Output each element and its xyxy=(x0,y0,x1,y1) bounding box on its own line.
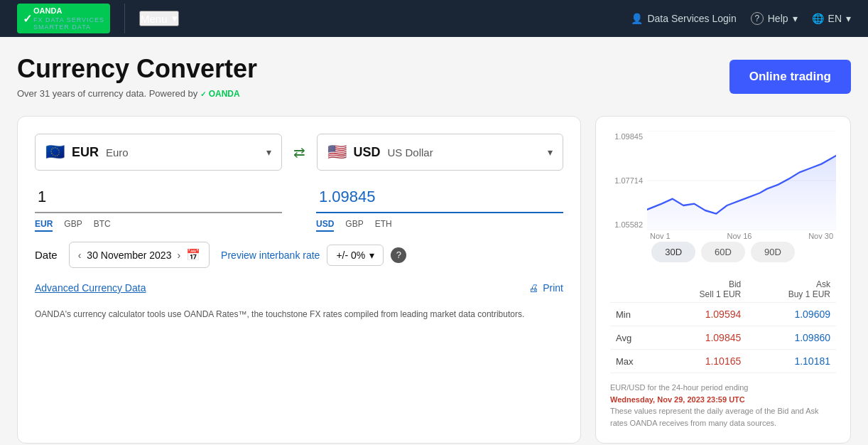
print-icon: 🖨 xyxy=(528,282,538,294)
to-amount-input[interactable] xyxy=(316,182,563,213)
amount-row: EUR GBP BTC USD GBP ETH xyxy=(35,182,563,232)
date-navigator: ‹ 30 November 2023 › 📅 xyxy=(69,242,210,268)
print-link[interactable]: 🖨 Print xyxy=(528,282,563,294)
from-currency-select[interactable]: 🇪🇺 EUR Euro ▾ xyxy=(35,134,282,171)
print-label: Print xyxy=(543,282,563,294)
period-tabs: 30D 60D 90D xyxy=(610,242,836,262)
from-chevron-icon: ▾ xyxy=(266,146,271,158)
rate-table: Bid Sell 1 EUR Ask Buy 1 EUR Min 1.09594… xyxy=(610,277,836,373)
chart-x-label-2: Nov 16 xyxy=(727,232,752,240)
from-quick-eur[interactable]: EUR xyxy=(35,219,53,232)
interbank-select[interactable]: +/- 0% ▾ xyxy=(327,245,384,266)
row-avg-ask: 1.09860 xyxy=(747,326,836,350)
to-currency-select[interactable]: 🇺🇸 USD US Dollar ▾ xyxy=(317,134,564,171)
currency-selector-row: 🇪🇺 EUR Euro ▾ ⇄ 🇺🇸 USD US Dollar ▾ xyxy=(35,134,563,171)
table-row-avg: Avg 1.09845 1.09860 xyxy=(610,326,836,350)
menu-button[interactable]: Menu ▾ xyxy=(139,11,179,26)
row-min-label: Min xyxy=(610,303,658,326)
chart-card: 1.09845 1.07714 1.05582 xyxy=(595,116,851,444)
date-next-button[interactable]: › xyxy=(177,250,180,261)
row-max-label: Max xyxy=(610,350,658,373)
date-prev-button[interactable]: ‹ xyxy=(78,250,82,261)
chart-area: 1.09845 1.07714 1.05582 xyxy=(610,131,836,230)
interbank-chevron-icon: ▾ xyxy=(369,250,374,261)
person-icon: 👤 xyxy=(631,13,643,24)
chart-svg xyxy=(647,131,836,230)
from-quick-currencies: EUR GBP BTC xyxy=(35,219,282,232)
row-min-bid: 1.09594 xyxy=(658,303,747,326)
to-currency-name: US Dollar xyxy=(388,146,541,159)
row-avg-bid: 1.09845 xyxy=(658,326,747,350)
menu-chevron-icon: ▾ xyxy=(172,12,178,25)
header-right: 👤 Data Services Login ? Help ▾ 🌐 EN ▾ xyxy=(631,12,851,25)
table-col-bid: Bid Sell 1 EUR xyxy=(658,277,747,303)
table-row-max: Max 1.10165 1.10181 xyxy=(610,350,836,373)
chart-x-labels: Nov 1 Nov 16 Nov 30 xyxy=(610,232,836,240)
page-title: Currency Converter xyxy=(17,54,257,84)
lang-chevron-icon: ▾ xyxy=(846,13,851,24)
table-col-ask: Ask Buy 1 EUR xyxy=(747,277,836,303)
to-quick-currencies: USD GBP ETH xyxy=(316,219,563,232)
disclaimer: OANDA's currency calculator tools use OA… xyxy=(35,308,563,321)
swap-icon[interactable]: ⇄ xyxy=(293,144,305,161)
to-chevron-icon: ▾ xyxy=(548,146,553,158)
interbank-label: Preview interbank rate xyxy=(221,250,320,261)
row-avg-label: Avg xyxy=(610,326,658,350)
note-date: Wednesday, Nov 29, 2023 23:59 UTC xyxy=(610,395,745,404)
converter-card: 🇪🇺 EUR Euro ▾ ⇄ 🇺🇸 USD US Dollar ▾ xyxy=(17,116,581,444)
data-services-login[interactable]: 👤 Data Services Login xyxy=(631,13,736,24)
chart-x-label-3: Nov 30 xyxy=(808,232,833,240)
calendar-icon[interactable]: 📅 xyxy=(186,248,200,262)
table-col-label xyxy=(610,277,658,303)
header: ✓ OANDA FX DATA SERVICES SMARTER DATA Me… xyxy=(0,0,868,37)
page: Currency Converter Over 31 years of curr… xyxy=(0,37,868,444)
to-quick-usd[interactable]: USD xyxy=(316,219,334,232)
row-max-ask: 1.10181 xyxy=(747,350,836,373)
chart-y-high: 1.09845 xyxy=(610,132,643,141)
date-row: Date ‹ 30 November 2023 › 📅 Preview inte… xyxy=(35,242,563,268)
row-min-ask: 1.09609 xyxy=(747,303,836,326)
date-label: Date xyxy=(35,249,58,261)
help-menu[interactable]: ? Help ▾ xyxy=(751,12,798,25)
table-row-min: Min 1.09594 1.09609 xyxy=(610,303,836,326)
menu-label: Menu xyxy=(141,13,168,25)
date-value: 30 November 2023 xyxy=(87,250,171,261)
footer-links: Advanced Currency Data 🖨 Print xyxy=(35,282,563,294)
chart-y-low: 1.05582 xyxy=(610,220,643,229)
oanda-logo: ✓ OANDA FX DATA SERVICES SMARTER DATA xyxy=(17,4,110,33)
page-top: Currency Converter Over 31 years of curr… xyxy=(17,54,851,99)
content-row: 🇪🇺 EUR Euro ▾ ⇄ 🇺🇸 USD US Dollar ▾ xyxy=(17,116,851,444)
to-flag-icon: 🇺🇸 xyxy=(327,143,347,161)
oanda-brand: ✓ OANDA xyxy=(200,89,239,99)
online-trading-button[interactable]: Online trading xyxy=(729,60,851,94)
logo-area: ✓ OANDA FX DATA SERVICES SMARTER DATA xyxy=(17,4,125,33)
from-quick-gbp[interactable]: GBP xyxy=(64,219,82,232)
to-amount-box: USD GBP ETH xyxy=(316,182,563,232)
logo-sub2: SMARTER DATA xyxy=(33,23,104,31)
from-flag-icon: 🇪🇺 xyxy=(45,143,65,161)
chart-y-mid: 1.07714 xyxy=(610,176,643,185)
from-currency-name: Euro xyxy=(106,146,259,159)
period-30d[interactable]: 30D xyxy=(651,242,695,262)
from-quick-btc[interactable]: BTC xyxy=(94,219,111,232)
from-currency-code: EUR xyxy=(72,145,99,160)
to-quick-gbp[interactable]: GBP xyxy=(345,219,363,232)
page-subtitle: Over 31 years of currency data. Powered … xyxy=(17,88,257,99)
interbank-value: +/- 0% xyxy=(336,250,365,261)
advanced-currency-data-link[interactable]: Advanced Currency Data xyxy=(35,282,146,294)
globe-icon: 🌐 xyxy=(812,13,824,24)
to-quick-eth[interactable]: ETH xyxy=(375,219,392,232)
logo-text: OANDA xyxy=(33,6,104,16)
interbank-help-icon[interactable]: ? xyxy=(391,247,406,263)
language-menu[interactable]: 🌐 EN ▾ xyxy=(812,13,851,24)
row-max-bid: 1.10165 xyxy=(658,350,747,373)
page-header-left: Currency Converter Over 31 years of curr… xyxy=(17,54,257,99)
logo-sub1: FX DATA SERVICES xyxy=(33,16,104,23)
interbank-row: Preview interbank rate +/- 0% ▾ ? xyxy=(221,245,406,266)
from-amount-input[interactable] xyxy=(35,182,282,213)
chart-note: EUR/USD for the 24-hour period ending We… xyxy=(610,382,836,429)
period-60d[interactable]: 60D xyxy=(701,242,745,262)
period-90d[interactable]: 90D xyxy=(751,242,795,262)
chart-x-label-1: Nov 1 xyxy=(650,232,671,240)
help-icon: ? xyxy=(751,12,764,25)
